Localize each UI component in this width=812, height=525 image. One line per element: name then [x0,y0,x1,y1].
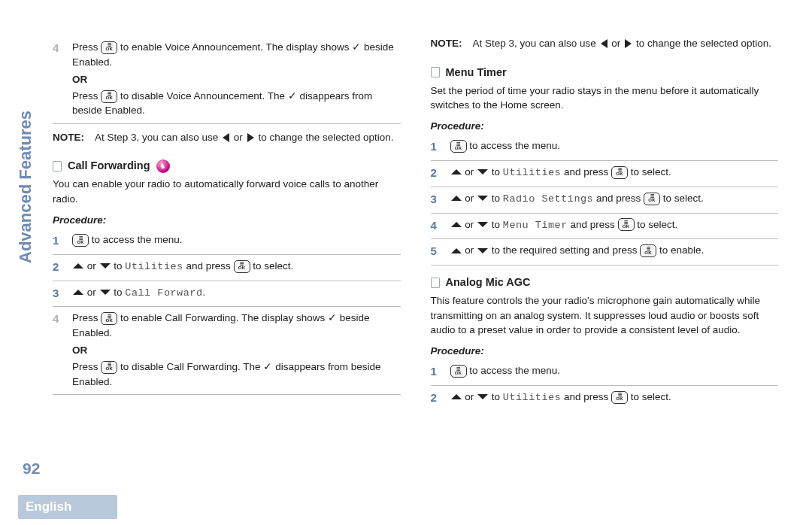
ok-button-icon [101,41,117,54]
step-row: 4 or to Menu Timer and press to select. [431,214,779,240]
step-row: 5 or to the required setting and press t… [431,239,779,266]
step-number: 5 [431,243,441,259]
step-body: or to Menu Timer and press to select. [450,217,779,233]
ok-button-icon [101,90,117,103]
text: or [609,38,624,49]
body-text: This feature controls the your radio's m… [431,293,779,338]
ok-button-icon [450,140,467,153]
step-row: 3 or to Radio Settings and press to sele… [431,187,779,214]
step-number: 3 [431,191,441,208]
step-body: Press to enable Voice Announcement. The … [72,40,401,118]
step-number: 2 [53,259,63,275]
text: to enable Call Forwarding. The display s… [117,312,328,323]
ok-button-icon [618,218,635,231]
step-body: or to Utilities and press to select. [450,390,779,405]
arrow-up-icon [451,169,462,174]
step-number: 4 [431,217,441,234]
step-row: 3 or to Call Forward. [53,281,401,308]
text: and press [561,166,611,178]
text: At Step 3, you can also use [95,132,221,143]
arrow-left-icon [223,133,229,142]
procedure-label: Procedure: [53,213,401,228]
note-label: NOTE: [53,130,89,145]
arrow-down-icon [477,394,488,399]
ok-button-icon [611,391,628,404]
arrow-up-icon [451,248,462,253]
step-body: or to Utilities and press to select. [450,165,779,181]
text: Press [72,312,101,323]
step-row: 4 Press to enable Voice Announcement. Th… [53,36,401,124]
text: to access the menu. [89,234,183,245]
call-forward-icon: ♞ [156,159,170,173]
arrow-down-icon [100,263,111,269]
text: and press [561,391,611,402]
text: to select. [628,391,671,402]
text: and press [183,260,234,272]
text: to [489,193,503,204]
text: to [111,287,126,298]
step-number: 2 [431,165,441,181]
text: or [462,193,477,204]
text: to enable Voice Announcement. The displa… [117,41,352,53]
text: to [489,391,503,402]
step-body: or to the required setting and press to … [450,243,779,258]
arrow-up-icon [451,394,462,399]
menu-name: Radio Settings [503,193,593,205]
or-label: OR [72,72,401,87]
check-icon: ✓ [352,41,361,53]
text: Press [72,361,101,372]
text: to select. [250,260,294,272]
menu-name: Utilities [503,392,561,403]
step-body: to access the menu. [72,232,401,247]
book-icon [431,67,440,77]
heading-text: Analog Mic AGC [446,275,531,290]
note-body: At Step 3, you can also use or to change… [473,36,772,51]
book-icon [431,278,440,288]
step-row: 4 Press to enable Call Forwarding. The d… [53,307,401,395]
step-body: Press to enable Call Forwarding. The dis… [72,311,401,389]
menu-name: Menu Timer [503,220,568,231]
step-number: 4 [53,311,63,327]
section-tab: Advanced Features [14,111,38,263]
heading-text: Call Forwarding [68,158,150,174]
arrow-up-icon [73,290,83,295]
section-heading: Call Forwarding ♞ [53,158,401,174]
note-label: NOTE: [431,36,467,51]
section-heading: Menu Timer [431,65,779,80]
ok-button-icon [611,166,628,179]
text: or [231,132,246,143]
menu-name: Utilities [503,167,561,178]
text: or [462,166,477,178]
check-icon: ✓ [263,361,272,372]
text: to select. [635,219,678,230]
step-body: to access the menu. [450,138,779,153]
procedure-label: Procedure: [431,344,779,359]
text: or [462,244,477,256]
step-number: 1 [431,363,441,380]
note-row: NOTE: At Step 3, you can also use or to … [53,124,401,150]
step-row: 1 to access the menu. [431,360,779,386]
text: or [462,391,477,402]
text: . [203,287,206,298]
book-icon [53,161,62,171]
text: to access the menu. [467,140,561,151]
text: Press [72,41,101,53]
step-row: 2 or to Utilities and press to select. [53,255,401,281]
ok-button-icon [72,234,89,247]
text: At Step 3, you can also use [473,38,599,49]
section-heading: Analog Mic AGC [431,275,779,290]
ok-button-icon [450,365,467,378]
step-body: or to Radio Settings and press to select… [450,191,779,207]
ok-button-icon [640,244,656,257]
language-tab: English [18,495,117,519]
step-number: 3 [53,285,63,302]
ok-button-icon [644,193,660,205]
text: and press [568,219,618,230]
text: or [84,260,99,272]
heading-text: Menu Timer [446,65,507,80]
arrow-down-icon [100,290,111,295]
arrow-up-icon [451,196,462,201]
ok-button-icon [101,312,117,325]
note-body: At Step 3, you can also use or to change… [95,130,394,145]
step-row: 2 or to Utilities and press to select. [431,386,779,411]
